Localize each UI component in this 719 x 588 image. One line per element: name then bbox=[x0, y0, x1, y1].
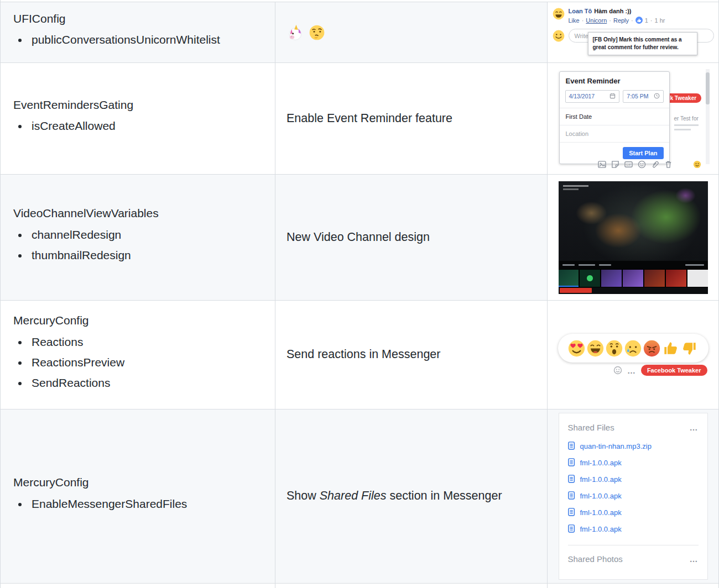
cell-screenshot: k Tweaker er Test for Event Reminder 4/1… bbox=[548, 63, 718, 174]
config-name: UFIConfig bbox=[13, 11, 220, 26]
video-thumbnail[interactable] bbox=[580, 270, 600, 287]
time-input[interactable]: 7:05 PM bbox=[623, 90, 663, 103]
trash-icon[interactable] bbox=[664, 160, 673, 169]
cell-config: MercuryConfig Reactions ReactionsPreview… bbox=[1, 301, 275, 409]
like-label-bar bbox=[562, 264, 575, 266]
unicorn-link[interactable]: Unicorn bbox=[586, 17, 607, 24]
comment-actions: Like · Unicorn · Reply · 1 · 1 hr bbox=[569, 17, 665, 24]
reply-link[interactable]: Reply bbox=[613, 17, 629, 24]
more-options-icon[interactable]: … bbox=[690, 423, 699, 432]
cell-description bbox=[275, 584, 548, 588]
separator: · bbox=[609, 17, 611, 24]
file-icon bbox=[568, 442, 576, 450]
scrollbar-thumb[interactable] bbox=[706, 72, 710, 104]
description-suffix: section in Messenger bbox=[386, 489, 502, 502]
results-label-bar bbox=[685, 264, 704, 266]
sticker-icon[interactable] bbox=[611, 160, 619, 169]
thumbs-down-reaction-icon[interactable] bbox=[681, 340, 698, 357]
feature-description: New Video Channel design bbox=[286, 229, 430, 245]
heart-eyes-reaction-icon[interactable] bbox=[568, 340, 585, 357]
yellow-smiley-icon[interactable] bbox=[693, 160, 701, 169]
gif-icon[interactable]: GIF bbox=[624, 160, 633, 169]
event-reminder-dialog: Event Reminder 4/13/2017 7:05 PM First D… bbox=[559, 71, 670, 164]
file-link[interactable]: quan-tin-nhan.mp3.zip bbox=[580, 442, 652, 450]
file-icon bbox=[568, 508, 576, 517]
shared-files-screenshot: Shared Files … quan-tin-nhan.mp3.zip fml… bbox=[559, 413, 708, 580]
paperclip-icon[interactable] bbox=[651, 160, 659, 169]
file-link[interactable]: fml-1.0.0.apk bbox=[580, 459, 622, 467]
config-properties: channelRedesign thumbnailRedesign bbox=[13, 228, 159, 262]
video-engagement-bar bbox=[559, 261, 708, 269]
list-item: quan-tin-nhan.mp3.zip bbox=[568, 442, 699, 450]
first-date-row: First Date bbox=[560, 108, 669, 125]
video-thumbnail[interactable] bbox=[644, 270, 665, 287]
cell-screenshot: Shared Files … quan-tin-nhan.mp3.zip fml… bbox=[548, 410, 718, 583]
config-properties: EnableMessengerSharedFiles bbox=[13, 497, 187, 511]
reactions-pill bbox=[558, 334, 708, 363]
svg-text:GIF: GIF bbox=[626, 162, 631, 166]
emoji-icon[interactable] bbox=[638, 160, 646, 169]
config-name: MercuryConfig bbox=[13, 313, 124, 328]
description-emojis bbox=[286, 24, 325, 41]
reactions-screenshot: … Facebook Tweaker bbox=[558, 334, 708, 376]
description-prefix: Show bbox=[286, 489, 320, 502]
divider bbox=[568, 545, 699, 545]
video-thumbnail[interactable] bbox=[623, 270, 643, 287]
more-options-icon[interactable]: … bbox=[627, 366, 636, 375]
cell-description: Enable Event Reminder feature bbox=[275, 63, 548, 174]
config-name: EventRemindersGating bbox=[13, 97, 133, 112]
config-property: EnableMessengerSharedFiles bbox=[29, 497, 187, 511]
side-text: er Test for bbox=[674, 116, 699, 122]
facebook-tweaker-badge: Facebook Tweaker bbox=[641, 365, 707, 376]
more-options-icon[interactable]: … bbox=[690, 555, 699, 563]
location-input[interactable]: Location bbox=[560, 125, 669, 143]
datetime-row: 4/13/2017 7:05 PM bbox=[560, 89, 669, 108]
laughing-avatar-icon bbox=[553, 8, 565, 20]
wow-reaction-icon[interactable] bbox=[606, 340, 623, 357]
comment-timestamp: 1 hr bbox=[655, 17, 665, 24]
unicorn-icon bbox=[286, 24, 303, 41]
separator: · bbox=[631, 17, 633, 24]
haha-reaction-icon[interactable] bbox=[587, 340, 604, 357]
start-plan-button[interactable]: Start Plan bbox=[623, 147, 663, 159]
cell-config bbox=[1, 584, 275, 588]
side-placeholder-bar bbox=[674, 129, 691, 130]
separator: · bbox=[582, 17, 584, 24]
cell-screenshot: … Facebook Tweaker bbox=[548, 301, 718, 409]
file-icon bbox=[568, 475, 576, 484]
list-item: fml-1.0.0.apk bbox=[568, 524, 699, 533]
shared-files-list: quan-tin-nhan.mp3.zip fml-1.0.0.apk fml-… bbox=[568, 442, 699, 533]
side-placeholder-bar bbox=[674, 124, 699, 126]
file-link[interactable]: fml-1.0.0.apk bbox=[580, 492, 622, 500]
video-thumbnail[interactable] bbox=[559, 270, 579, 287]
date-input[interactable]: 4/13/2017 bbox=[565, 90, 620, 103]
video-player-frame bbox=[559, 181, 708, 261]
file-link[interactable]: fml-1.0.0.apk bbox=[580, 525, 622, 533]
sad-reaction-icon[interactable] bbox=[624, 340, 642, 357]
file-link[interactable]: fml-1.0.0.apk bbox=[580, 475, 622, 484]
video-thumbnail[interactable] bbox=[601, 270, 622, 287]
description-italic: Shared Files bbox=[320, 489, 387, 502]
emoji-picker-icon[interactable] bbox=[613, 366, 622, 375]
config-property: publicConversationsUnicornWhitelist bbox=[29, 33, 220, 46]
comment-author-link[interactable]: Loan Tô bbox=[569, 8, 592, 14]
thumbs-up-reaction-icon[interactable] bbox=[662, 340, 679, 357]
share-label-bar bbox=[599, 264, 611, 266]
image-attachment-icon[interactable] bbox=[598, 160, 606, 169]
video-strip-footer bbox=[559, 287, 708, 294]
row-partial-bottom bbox=[1, 584, 718, 588]
smiley-avatar-icon bbox=[553, 30, 565, 42]
scrollbar[interactable] bbox=[706, 69, 710, 164]
feature-description: Show Shared Files section in Messenger bbox=[286, 488, 502, 504]
cell-description bbox=[275, 2, 548, 62]
angry-reaction-icon[interactable] bbox=[643, 340, 660, 357]
file-link[interactable]: fml-1.0.0.apk bbox=[580, 508, 622, 517]
cell-screenshot bbox=[548, 175, 718, 300]
config-name: VideoChannelViewVariables bbox=[13, 206, 159, 221]
video-thumbnail[interactable] bbox=[666, 270, 686, 287]
list-item: fml-1.0.0.apk bbox=[568, 491, 699, 500]
like-link[interactable]: Like bbox=[569, 17, 580, 24]
video-thumbnail[interactable] bbox=[687, 270, 708, 287]
config-properties: Reactions ReactionsPreview SendReactions bbox=[13, 335, 124, 390]
reactions-footer: … Facebook Tweaker bbox=[558, 365, 708, 376]
